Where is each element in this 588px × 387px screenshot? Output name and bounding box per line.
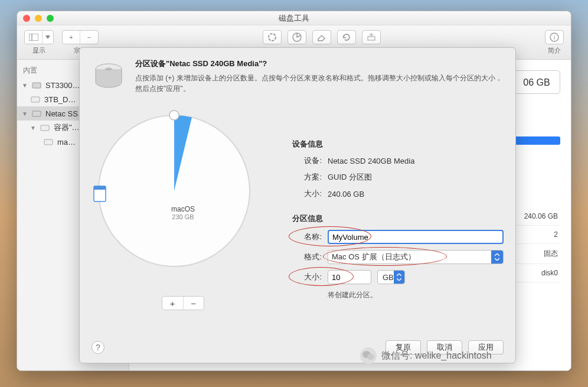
- sidebar-item-label: 容器"…: [54, 122, 80, 133]
- table-row: 2: [513, 226, 560, 244]
- unit-value: GB: [383, 273, 394, 282]
- partition-sheet: 分区设备"Netac SSD 240GB Media"? 点按添加 (+) 来增…: [79, 47, 516, 363]
- add-remove-bar: + −: [162, 296, 204, 310]
- window-title: 磁盘工具: [17, 13, 571, 24]
- restore-button[interactable]: [338, 31, 355, 44]
- info-label: 简介: [548, 46, 561, 55]
- erase-button[interactable]: [313, 31, 331, 44]
- device-info-header: 设备信息: [292, 139, 504, 149]
- disclosure-icon[interactable]: ▼: [30, 125, 36, 131]
- svg-rect-7: [32, 83, 41, 88]
- view-label: 显示: [32, 46, 45, 55]
- format-value: Mac OS 扩展（日志式）: [332, 252, 416, 262]
- volume-icon: [30, 94, 41, 105]
- pie-chart[interactable]: macOS 230 GB + −: [92, 103, 275, 310]
- partition-note: 将创建此分区。: [328, 290, 504, 300]
- macos-icon: [92, 185, 108, 203]
- help-button[interactable]: ?: [92, 341, 104, 354]
- view-menu-button[interactable]: [43, 31, 53, 44]
- mount-button[interactable]: [362, 31, 380, 44]
- sidebar-item-label: 3TB_D…: [44, 95, 76, 104]
- hdd-icon: [31, 80, 42, 90]
- watermark: 微信号: welike_hackintosh: [360, 347, 492, 364]
- info-table: 240.06 GB 2 固态 disk0: [513, 207, 560, 282]
- volume-add-button[interactable]: +: [63, 31, 80, 44]
- svg-text:i: i: [554, 34, 555, 41]
- svg-point-15: [169, 110, 179, 120]
- svg-rect-0: [29, 34, 38, 41]
- name-input[interactable]: [328, 230, 504, 244]
- chevron-updown-icon: [394, 271, 404, 284]
- device-value: Netac SSD 240GB Media: [328, 157, 414, 165]
- sheet-title: 分区设备"Netac SSD 240GB Media"?: [135, 58, 504, 69]
- table-row: 240.06 GB: [513, 207, 560, 226]
- volume-remove-button[interactable]: −: [80, 31, 98, 44]
- disclosure-icon[interactable]: ▼: [22, 110, 28, 117]
- remove-partition-button[interactable]: −: [184, 297, 204, 310]
- usage-bar: [513, 136, 560, 145]
- capacity-box: 06 GB: [513, 70, 560, 94]
- firstaid-button[interactable]: [263, 31, 281, 44]
- chevron-updown-icon: [491, 251, 503, 264]
- fields: 设备信息 设备:Netac SSD 240GB Media 方案:GUID 分区…: [292, 103, 504, 310]
- format-select[interactable]: Mac OS 扩展（日志式）: [328, 250, 504, 264]
- name-label: 名称:: [292, 232, 322, 242]
- wechat-icon: [360, 347, 377, 364]
- table-row: 固态: [513, 244, 560, 264]
- partition-button[interactable]: [288, 31, 306, 44]
- svg-rect-11: [44, 139, 53, 145]
- svg-rect-8: [31, 97, 40, 102]
- unit-select[interactable]: GB: [377, 270, 405, 284]
- watermark-text: 微信号: welike_hackintosh: [381, 350, 492, 362]
- ssd-icon: [31, 108, 42, 119]
- sidebar-toggle-button[interactable]: [25, 31, 43, 44]
- volume-icon: [43, 136, 54, 147]
- svg-point-13: [105, 68, 112, 71]
- view-group: 显示: [24, 30, 54, 55]
- sheet-description: 点按添加 (+) 来增加设备上的分区数量。点按每个分区来更改名称和格式。拖移调整…: [135, 73, 504, 94]
- format-label: 格式:: [292, 252, 322, 262]
- sidebar-item-label: ST3300…: [45, 81, 80, 90]
- container-icon: [40, 122, 50, 133]
- sidebar-item-label: ma…: [57, 138, 76, 147]
- totalsize-value: 240.06 GB: [328, 190, 364, 199]
- svg-rect-17: [94, 186, 106, 190]
- disclosure-icon[interactable]: ▼: [22, 82, 28, 89]
- titlebar: 磁盘工具: [17, 11, 571, 25]
- svg-point-19: [367, 354, 374, 360]
- scheme-label: 方案:: [292, 172, 322, 183]
- size-label: 大小:: [292, 272, 322, 282]
- info-button[interactable]: i: [545, 31, 563, 44]
- device-label: 设备:: [292, 155, 322, 166]
- scheme-value: GUID 分区图: [328, 172, 372, 183]
- add-partition-button[interactable]: +: [162, 297, 184, 310]
- partition-info-header: 分区信息: [292, 213, 504, 224]
- svg-point-2: [269, 34, 276, 41]
- totalsize-label: 大小:: [292, 188, 322, 199]
- svg-rect-10: [41, 125, 49, 131]
- drive-icon: [92, 58, 126, 93]
- size-input[interactable]: [328, 270, 371, 284]
- table-row: disk0: [513, 264, 560, 282]
- svg-rect-9: [32, 111, 41, 116]
